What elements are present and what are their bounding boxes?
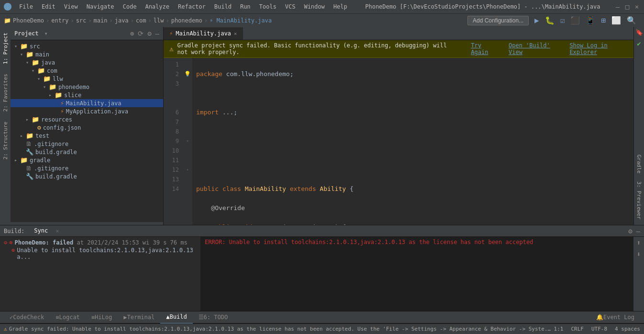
debug-button-icon[interactable]: 🐛 — [545, 16, 555, 25]
status-line-col[interactable]: 1:1 — [554, 326, 564, 332]
breadcrumb-java[interactable]: java — [115, 17, 129, 24]
menu-file[interactable]: File — [15, 2, 37, 11]
tree-item-phonedemo[interactable]: ▾ 📁 phonedemo — [11, 83, 163, 91]
breadcrumb-phonedemo2[interactable]: phonedemo — [171, 17, 202, 24]
breadcrumb-file[interactable]: ⚡ MainAbility.java — [210, 17, 272, 24]
menu-window[interactable]: Window — [300, 2, 328, 11]
filter-icon[interactable]: ⚙ — [628, 227, 632, 235]
menu-vcs[interactable]: VCS — [281, 2, 300, 11]
tree-item-buildgradle2[interactable]: 🔧 build.gradle — [11, 172, 163, 180]
close-button[interactable]: × — [633, 3, 640, 10]
bottom-tab-todo[interactable]: ☰ 6: TODO — [193, 311, 234, 324]
tree-item-src[interactable]: ▾ 📁 src — [11, 42, 163, 50]
tab-close-icon[interactable]: × — [234, 31, 237, 37]
tree-item-com[interactable]: ▾ 📁 com — [11, 67, 163, 75]
run-button-icon[interactable]: ▶ — [534, 16, 539, 25]
right-tab-previewer[interactable]: 3: Previewer — [635, 178, 643, 223]
stop-icon[interactable]: ⬛ — [570, 16, 580, 25]
menu-analyze[interactable]: Analyze — [141, 2, 173, 11]
build-tab-close[interactable]: × — [54, 228, 61, 234]
breadcrumb-phonedemo[interactable]: PhoneDemo — [13, 17, 44, 24]
device-icon[interactable]: 📱 — [586, 16, 595, 25]
code-content[interactable]: package com.llw.phonedemo; import ...; p… — [192, 58, 633, 225]
breadcrumb-sep-5: › — [131, 17, 134, 24]
project-panel-settings-icon[interactable]: ⚙ — [147, 30, 151, 37]
build-scroll-top-icon[interactable]: ⬆ — [637, 239, 641, 246]
show-log-explorer-link[interactable]: Show Log in Explorer — [569, 42, 628, 56]
breadcrumb-main[interactable]: main — [94, 17, 108, 24]
breadcrumb-com[interactable]: com — [136, 17, 146, 24]
add-configuration-button[interactable]: Add Configuration... — [467, 16, 529, 25]
bookmark-icon[interactable]: 🔖 — [635, 29, 643, 36]
tree-item-resources[interactable]: ▸ 📁 resources — [11, 115, 163, 123]
build-tree-item-toolchain[interactable]: ⊗ Unable to install toolchains:2.1.0.13,… — [0, 246, 200, 261]
bottom-tab-hilog[interactable]: ≡ HiLog — [86, 311, 118, 324]
tree-item-buildgradle1[interactable]: 🔧 build.gradle — [11, 148, 163, 156]
breadcrumb-src[interactable]: src — [76, 17, 87, 24]
bottom-panel-header: Build: Sync × ⚙ — — [0, 225, 644, 237]
right-sidebar-top: 🔖 ✔ — [635, 27, 643, 47]
menu-build[interactable]: Build — [211, 2, 235, 11]
search-everywhere-icon[interactable]: 🔍 — [627, 16, 636, 25]
code-editor: 1 2 3 6 7 8 9 10 11 12 13 14 💡 — [164, 58, 633, 225]
breadcrumb-sep-1: › — [46, 17, 49, 24]
tree-item-test[interactable]: ▸ 📁 test — [11, 132, 163, 140]
tree-item-gitignore2[interactable]: 🗎 .gitignore — [11, 164, 163, 172]
gutter-bulb-2[interactable]: 💡 — [184, 69, 191, 79]
build-output-text: ERROR: Unable to install toolchains:2.1.… — [205, 239, 533, 245]
bottom-tab-eventlog[interactable]: 🔔 Event Log — [590, 311, 640, 324]
bottom-tab-build[interactable]: ▲ Build — [160, 311, 192, 324]
tree-item-gitignore1[interactable]: 🗎 .gitignore — [11, 140, 163, 148]
open-build-view-link[interactable]: Open 'Build' View — [509, 42, 558, 56]
project-panel-dropdown-icon[interactable]: ▾ — [44, 30, 48, 37]
maximize-button[interactable]: □ — [624, 3, 631, 10]
build-tab-sync[interactable]: Sync — [28, 224, 54, 238]
sidebar-item-structure[interactable]: 2: Structure — [1, 118, 10, 163]
build-tree-item-phonedemo[interactable]: ⊖ ⊗ PhoneDemo: failed at 2021/2/24 15:53… — [0, 239, 200, 246]
right-tab-gradle[interactable]: Gradle — [635, 151, 643, 178]
minimize-button[interactable]: — — [614, 3, 621, 10]
sidebar-item-favorites[interactable]: 2: Favorites — [1, 70, 10, 115]
tree-item-mainability[interactable]: ⚡ MainAbility.java — [11, 99, 163, 107]
tree-item-llw[interactable]: ▾ 📁 llw — [11, 75, 163, 83]
project-panel-minimize-icon[interactable]: — — [155, 30, 159, 37]
editor-tab-mainability[interactable]: ⚡ MainAbility.java × — [164, 27, 243, 40]
menu-edit[interactable]: Edit — [38, 2, 59, 11]
bottom-tab-terminal[interactable]: ▶ Terminal — [118, 311, 160, 324]
breadcrumb-llw[interactable]: llw — [154, 17, 164, 24]
gutter-fold-12[interactable]: ▾ — [184, 165, 191, 175]
tree-item-slice[interactable]: ▸ 📁 slice — [11, 91, 163, 99]
build-scroll-bottom-icon[interactable]: ⬇ — [637, 250, 641, 258]
menu-run[interactable]: Run — [236, 2, 255, 11]
project-panel-sync-icon[interactable]: ⟳ — [138, 30, 144, 37]
menu-tools[interactable]: Tools — [255, 2, 280, 11]
gutter-fold-9[interactable]: ▾ — [184, 136, 191, 146]
menu-view[interactable]: View — [60, 2, 82, 11]
status-encoding[interactable]: UTF-8 — [591, 326, 607, 332]
status-indent[interactable]: 4 spaces — [615, 326, 640, 332]
status-line-ending[interactable]: CRLF — [571, 326, 584, 332]
menu-help[interactable]: Help — [330, 2, 351, 11]
gutter-line-10 — [184, 146, 191, 156]
layout-icon-1[interactable]: ⊞ — [601, 16, 606, 25]
layout-icon-2[interactable]: ⬜ — [611, 16, 621, 25]
menu-navigate[interactable]: Navigate — [83, 2, 118, 11]
project-panel-add-icon[interactable]: ⊕ — [130, 30, 134, 37]
tree-item-main[interactable]: ▾ 📁 main — [11, 50, 163, 58]
tree-item-myapplication[interactable]: ⚡ MyApplication.java — [11, 107, 163, 115]
tree-item-config[interactable]: ⚙ config.json — [11, 123, 163, 132]
tree-item-gradle[interactable]: ▸ 📁 gradle — [11, 156, 163, 164]
tree-item-java[interactable]: ▾ 📁 java — [11, 58, 163, 67]
try-again-link[interactable]: Try Again — [471, 42, 497, 56]
minimize-panel-icon[interactable]: — — [636, 227, 640, 235]
menu-refactor[interactable]: Refactor — [174, 2, 210, 11]
coverage-icon[interactable]: ☑ — [560, 16, 565, 25]
breadcrumb-entry[interactable]: entry — [51, 17, 68, 24]
code-line-4 — [196, 127, 630, 136]
bottom-tab-logcat[interactable]: ≡ Logcat — [50, 311, 86, 324]
gutter-line-8 — [184, 127, 191, 136]
bottom-tab-codecheck[interactable]: ✓ CodeCheck — [4, 311, 50, 324]
sidebar-item-project[interactable]: 1: Project — [1, 29, 10, 68]
window-controls: — □ × — [614, 3, 640, 10]
menu-code[interactable]: Code — [119, 2, 141, 11]
